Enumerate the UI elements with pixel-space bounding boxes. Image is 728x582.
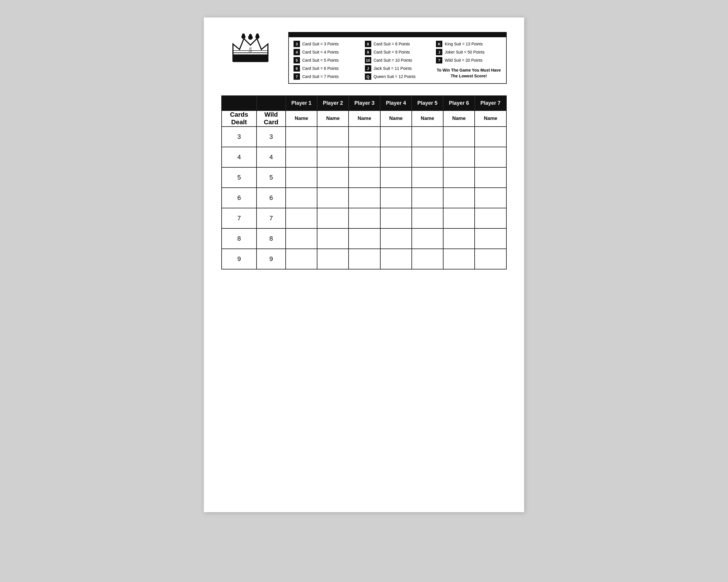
svg-point-6 [257,34,258,36]
score-cell-row2-player4[interactable] [380,147,412,167]
score-cell-row5-player3[interactable] [348,208,380,228]
score-row: QQueen Suit = 12 Points [365,73,431,80]
player-2-name[interactable]: Name [317,111,348,127]
score-cell-row7-player5[interactable] [412,249,443,269]
score-cell-row2-player6[interactable] [443,147,475,167]
score-cell-row5-player2[interactable] [317,208,348,228]
score-cell-row3-player4[interactable] [380,167,412,188]
cards-dealt-label: CardsDealt [222,111,257,127]
score-cell-row1-player5[interactable] [412,127,443,147]
score-cell-row3-player6[interactable] [443,167,475,188]
score-cell-row2-player2[interactable] [317,147,348,167]
score-cell-row2-player3[interactable] [348,147,380,167]
svg-text:5: 5 [249,46,252,54]
score-row: 7Card Suit = 7 Points [293,73,359,80]
score-cell-row1-player7[interactable] [475,127,506,147]
wild-card-value: 6 [257,188,286,208]
player-6-name[interactable]: Name [443,111,475,127]
player-5-name[interactable]: Name [412,111,443,127]
score-cell-row5-player4[interactable] [380,208,412,228]
score-cell-row1-player6[interactable] [443,127,475,147]
score-table: Player 1Player 2Player 3Player 4Player 5… [221,95,507,270]
score-cell-row4-player5[interactable] [412,188,443,208]
score-cell-row5-player6[interactable] [443,208,475,228]
svg-point-5 [242,34,244,36]
score-tbody: 33445566778899 [222,127,506,269]
score-cell-row4-player7[interactable] [475,188,506,208]
card-badge: 3 [293,41,300,47]
card-badge: 5 [293,57,300,63]
score-row: JJoker Suit = 50 Points [436,49,501,55]
player-3-name[interactable]: Name [348,111,380,127]
card-badge: K [436,41,442,47]
score-cell-row4-player3[interactable] [348,188,380,208]
score-cell-row5-player7[interactable] [475,208,506,228]
wild-card-value: 9 [257,249,286,269]
score-cell-row4-player2[interactable] [317,188,348,208]
score-cell-row3-player2[interactable] [317,167,348,188]
score-cell-row6-player1[interactable] [286,228,317,249]
player-4-header: Player 4 [380,96,412,111]
score-text: Jack Suit = 11 Points [373,66,412,71]
wild-card-value: 7 [257,208,286,228]
score-cell-row7-player7[interactable] [475,249,506,269]
score-cell-row7-player4[interactable] [380,249,412,269]
score-cell-row1-player3[interactable] [348,127,380,147]
score-row: ?Wild Suit = 20 Points [436,57,501,63]
cards-dealt-value: 9 [222,249,257,269]
score-cell-row5-player5[interactable] [412,208,443,228]
score-row: KKing Suit = 13 Points [436,41,501,47]
score-cell-row1-player4[interactable] [380,127,412,147]
card-badge: Q [365,73,371,80]
player-3-header: Player 3 [348,96,380,111]
score-cell-row7-player2[interactable] [317,249,348,269]
score-text: Card Suit = 5 Points [302,58,339,62]
score-cell-row3-player1[interactable] [286,167,317,188]
wild-card-value: 5 [257,167,286,188]
score-cell-row1-player1[interactable] [286,127,317,147]
wild-card-value: 8 [257,228,286,249]
score-cell-row6-player4[interactable] [380,228,412,249]
score-cell-row4-player4[interactable] [380,188,412,208]
score-row: 3Card Suit = 3 Points [293,41,359,47]
wild-card-value: 4 [257,147,286,167]
score-cell-row6-player2[interactable] [317,228,348,249]
score-cell-row3-player3[interactable] [348,167,380,188]
card-badge: 9 [365,49,371,55]
score-text: Wild Suit = 20 Points [445,58,483,62]
table-row: 55 [222,167,506,188]
score-cell-row7-player1[interactable] [286,249,317,269]
score-cell-row6-player5[interactable] [412,228,443,249]
score-cell-row7-player3[interactable] [348,249,380,269]
score-cell-row3-player7[interactable] [475,167,506,188]
score-cell-row6-player7[interactable] [475,228,506,249]
wild-card-label: WildCard [257,111,286,127]
cards-dealt-value: 4 [222,147,257,167]
score-cell-row6-player6[interactable] [443,228,475,249]
score-row: 10Card Suit = 10 Points [365,57,431,63]
score-cell-row2-player5[interactable] [412,147,443,167]
svg-rect-0 [233,55,268,62]
table-row: 77 [222,208,506,228]
score-cell-row3-player5[interactable] [412,167,443,188]
score-text: Card Suit = 6 Points [302,66,339,71]
score-text: Joker Suit = 50 Points [445,50,485,54]
score-cell-row2-player7[interactable] [475,147,506,167]
score-cell-row7-player6[interactable] [443,249,475,269]
card-badge: ? [436,57,442,63]
card-badge: J [365,65,371,72]
score-cell-row5-player1[interactable] [286,208,317,228]
player-7-name[interactable]: Name [475,111,506,127]
score-cell-row2-player1[interactable] [286,147,317,167]
score-cell-row4-player1[interactable] [286,188,317,208]
score-cell-row4-player6[interactable] [443,188,475,208]
card-badge: 6 [293,65,300,72]
score-col-1: 3Card Suit = 3 Points4Card Suit = 4 Poin… [293,41,359,80]
score-cell-row1-player2[interactable] [317,127,348,147]
cards-dealt-value: 7 [222,208,257,228]
header: 5 3Card Suit = 3 Points4Card Suit = 4 Po… [221,32,507,84]
score-cell-row6-player3[interactable] [348,228,380,249]
player-1-name[interactable]: Name [286,111,317,127]
wild-card-value: 3 [257,127,286,147]
player-4-name[interactable]: Name [380,111,412,127]
